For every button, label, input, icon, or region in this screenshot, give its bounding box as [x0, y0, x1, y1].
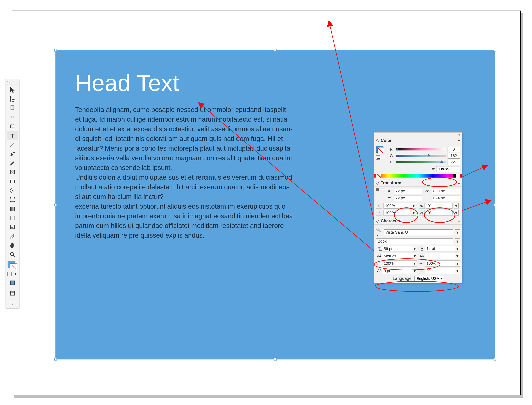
pen-tool[interactable]	[7, 150, 18, 158]
screen-mode-button[interactable]	[7, 298, 18, 307]
scissors-tool[interactable]	[7, 186, 18, 195]
selection-handle[interactable]	[274, 358, 276, 361]
svg-rect-15	[11, 216, 15, 220]
dropdown-icon[interactable]: ▾	[411, 203, 416, 209]
gradient-feather-tool[interactable]	[7, 214, 18, 222]
panel-menu-icon[interactable]: ≡	[457, 138, 460, 143]
dropdown-icon[interactable]: ▾	[412, 253, 417, 259]
svg-rect-6	[11, 180, 15, 183]
b-value[interactable]: 227	[448, 159, 460, 165]
color-fill-stroke-swatch[interactable]: ▭ T	[376, 146, 388, 160]
heading-text[interactable]: Head Text	[75, 70, 179, 96]
selection-handle[interactable]	[54, 203, 57, 206]
bw-swatch-icon[interactable]	[453, 174, 460, 177]
color-panel-title: Color	[381, 138, 392, 143]
container-formatting-icon[interactable]	[7, 272, 12, 276]
panel-dock-header: × «	[374, 133, 462, 137]
scale-v-icon: ↕	[376, 210, 382, 216]
tool-panel-expand-icon[interactable]: »	[9, 81, 10, 83]
selection-handle[interactable]	[494, 49, 496, 52]
h-input[interactable]: 624 px	[432, 195, 460, 201]
pencil-tool[interactable]	[7, 159, 18, 167]
annotation-ellipse	[422, 177, 457, 187]
rectangle-frame-tool[interactable]	[7, 168, 18, 176]
direct-selection-tool[interactable]	[7, 94, 18, 103]
language-select[interactable]: English: USA	[415, 276, 443, 281]
dropdown-icon[interactable]: ▾	[455, 261, 460, 266]
selection-handle[interactable]	[54, 49, 57, 52]
selection-tool[interactable]	[7, 85, 18, 94]
zoom-tool[interactable]	[7, 250, 18, 259]
reference-point-grid[interactable]	[376, 188, 385, 197]
rotate-icon: ⟲	[419, 203, 425, 209]
font-size-input[interactable]: 56 pt	[382, 246, 412, 252]
fill-stroke-swatch[interactable]	[7, 261, 17, 271]
color-spectrum[interactable]	[374, 174, 462, 177]
panel-collapse-icon[interactable]: «	[458, 133, 460, 137]
search-icon[interactable]: 🔍⌄	[376, 228, 382, 237]
w-label: W:	[424, 189, 429, 193]
view-mode-button[interactable]	[7, 289, 18, 297]
dropdown-icon[interactable]: ▾	[455, 238, 460, 244]
tracking-input[interactable]: 0	[425, 253, 455, 259]
stroke-swatch-icon[interactable]	[378, 147, 384, 154]
g-value[interactable]: 162	[448, 153, 460, 159]
dropdown-icon[interactable]: ▾	[454, 203, 459, 209]
panel-toggle-icon[interactable]: ◇	[376, 180, 379, 185]
rectangle-tool[interactable]	[7, 177, 18, 186]
free-transform-tool[interactable]	[7, 196, 18, 204]
hand-tool[interactable]	[7, 241, 18, 250]
font-family-input[interactable]: Vista Sans OT	[384, 230, 453, 235]
leading-input[interactable]: 14 pt	[425, 246, 455, 252]
kerning-icon: VA̲	[376, 254, 382, 258]
page-tool[interactable]	[7, 104, 18, 112]
b-slider[interactable]	[396, 161, 446, 163]
svg-point-20	[11, 253, 14, 256]
selection-handle[interactable]	[494, 203, 496, 206]
panel-toggle-icon[interactable]: ◇	[376, 138, 379, 143]
font-style-input[interactable]: Book	[376, 238, 453, 244]
character-panel-body: 🔍⌄ Vista Sans OT ▾ Book ▾ T͟ 56 pt ▾ A̲ …	[374, 225, 462, 283]
content-collector-tool[interactable]	[7, 122, 18, 130]
r-slider[interactable]	[396, 148, 446, 150]
type-tool[interactable]	[7, 131, 18, 140]
dropdown-icon[interactable]: ▾	[455, 230, 460, 235]
dropdown-icon[interactable]: ▾	[455, 246, 460, 252]
kerning-input[interactable]: Metrics	[382, 253, 412, 259]
text-formatting-icon[interactable]: T	[382, 155, 386, 159]
r-label: R	[390, 147, 394, 152]
hex-input[interactable]	[436, 166, 460, 172]
dropdown-icon[interactable]: ▾	[455, 253, 460, 259]
dropdown-icon[interactable]: ▾	[455, 268, 460, 274]
stroke-swatch[interactable]	[10, 263, 17, 271]
gap-tool[interactable]	[7, 113, 18, 121]
panel-menu-icon[interactable]: ≡	[457, 180, 460, 185]
container-formatting-icon[interactable]: ▭	[376, 155, 380, 160]
color-panel-header[interactable]: ◇ Color ≡	[374, 137, 462, 144]
x-input[interactable]: 72 px	[394, 188, 422, 194]
svg-rect-14	[11, 207, 15, 211]
panel-menu-icon[interactable]: ≡	[457, 218, 460, 223]
body-text[interactable]: Tendebita alignam, cume posapie nessed u…	[75, 105, 344, 240]
tool-panel-close-icon[interactable]: ×	[7, 81, 8, 83]
text-formatting-icon[interactable]: T	[13, 272, 18, 276]
selection-handle[interactable]	[274, 49, 276, 52]
none-swatch-icon[interactable]	[376, 174, 381, 177]
panel-close-icon[interactable]: ×	[376, 133, 378, 137]
annotation-ellipse	[375, 281, 459, 292]
eyedropper-tool[interactable]	[7, 232, 18, 241]
note-tool[interactable]	[7, 223, 18, 231]
apply-color-button[interactable]	[7, 278, 18, 287]
selection-handle[interactable]	[494, 358, 496, 361]
gradient-swatch-tool[interactable]	[7, 205, 18, 213]
r-value[interactable]: 0	[448, 147, 460, 152]
y-input[interactable]: 72 px	[394, 195, 422, 201]
panel-toggle-icon[interactable]: ◇	[376, 218, 379, 223]
w-input[interactable]: 880 px	[432, 188, 460, 194]
scale-h-icon: ↔	[376, 203, 382, 209]
selection-handle[interactable]	[54, 358, 57, 361]
dropdown-icon[interactable]: ▾	[412, 246, 417, 252]
line-tool[interactable]	[7, 141, 18, 149]
svg-line-2	[11, 143, 15, 147]
g-slider[interactable]	[396, 155, 446, 157]
